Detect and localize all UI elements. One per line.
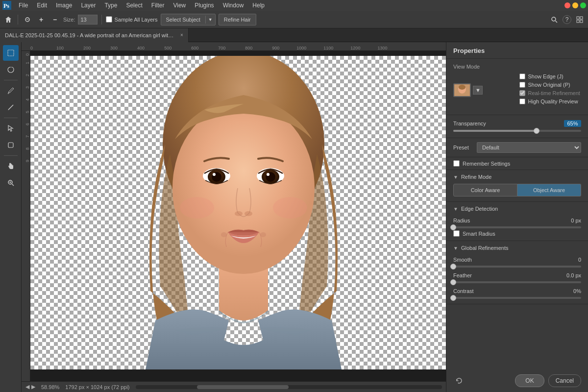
ok-button[interactable]: OK: [515, 374, 544, 387]
ruler-marks-top: 0 100 200 300 400 500 600 700 800 900 10…: [30, 42, 446, 50]
contrast-slider[interactable]: [453, 297, 581, 299]
nav-right[interactable]: ▶: [31, 384, 35, 390]
hq-preview-checkbox[interactable]: [519, 98, 525, 104]
tool-pen[interactable]: [3, 99, 19, 115]
sample-all-label[interactable]: Sample All Layers: [106, 16, 157, 23]
transparency-value[interactable]: 65%: [564, 120, 581, 127]
menu-view[interactable]: View: [169, 1, 190, 10]
remember-settings-checkbox[interactable]: [453, 160, 460, 167]
menu-edit[interactable]: Edit: [33, 1, 51, 10]
layout-icon[interactable]: [574, 14, 585, 25]
menu-file[interactable]: File: [15, 1, 32, 10]
left-toolbar: [0, 42, 22, 392]
show-edge-label[interactable]: Show Edge (J): [528, 74, 564, 79]
tab-filename: DALL-E 2025-01-25 00.45.19 - A wide port…: [5, 32, 176, 38]
view-thumbnail[interactable]: [453, 83, 471, 97]
menu-type[interactable]: Type: [100, 1, 121, 10]
select-subject-dropdown[interactable]: ▼: [206, 16, 215, 23]
sample-all-checkbox[interactable]: [106, 16, 112, 23]
window-maximize[interactable]: [580, 2, 586, 8]
color-aware-button[interactable]: Color Aware: [453, 184, 517, 196]
feather-label: Feather: [453, 272, 562, 278]
ruler-top: 0 100 200 300 400 500 600 700 800 900 10…: [22, 42, 446, 51]
window-minimize[interactable]: [572, 2, 578, 8]
preset-row: Preset Default: [446, 138, 588, 157]
tool-selection[interactable]: [3, 121, 19, 136]
brush-tool-icon[interactable]: [22, 14, 33, 25]
menu-filter[interactable]: Filter: [147, 1, 169, 10]
feather-thumb[interactable]: [450, 279, 456, 285]
tool-zoom[interactable]: [3, 175, 19, 191]
canvas-area[interactable]: [30, 51, 446, 381]
refine-hair-button[interactable]: Refine Hair: [219, 14, 256, 25]
feather-slider[interactable]: [453, 281, 581, 283]
realtime-label[interactable]: Real-time Refinement: [528, 90, 580, 96]
radius-label: Radius: [453, 218, 571, 223]
svg-point-12: [172, 102, 315, 274]
window-close[interactable]: [564, 2, 570, 8]
smart-radius-checkbox[interactable]: [453, 230, 460, 237]
menu-select[interactable]: Select: [122, 1, 146, 10]
transparency-fill: [453, 130, 537, 132]
feather-value: 0.0 px: [562, 272, 581, 278]
tool-shape[interactable]: [3, 137, 19, 153]
add-icon[interactable]: +: [36, 14, 47, 25]
horizontal-scrollbar[interactable]: [136, 385, 442, 389]
help-icon[interactable]: ?: [563, 15, 571, 24]
refine-mode-chevron[interactable]: ▼: [453, 174, 458, 180]
transparency-thumb[interactable]: [534, 128, 539, 134]
global-refinements-chevron[interactable]: ▼: [453, 245, 458, 251]
scrollbar-thumb-h[interactable]: [197, 385, 289, 389]
size-input[interactable]: [78, 15, 98, 24]
view-mode-label: View Mode: [453, 64, 581, 70]
feather-row: Feather 0.0 px: [453, 272, 581, 278]
document-tab[interactable]: DALL-E 2025-01-25 00.45.19 - A wide port…: [0, 28, 189, 42]
radius-row: Radius 0 px: [453, 218, 581, 223]
hq-preview-label[interactable]: High Quality Preview: [528, 98, 578, 104]
realtime-checkbox[interactable]: [519, 90, 525, 96]
nav-left[interactable]: ◀: [25, 384, 29, 390]
edge-detection-chevron[interactable]: ▼: [453, 206, 458, 212]
refine-mode-header: ▼ Refine Mode: [446, 170, 588, 182]
remove-icon[interactable]: −: [49, 14, 60, 25]
refine-mode-title: Refine Mode: [461, 174, 491, 180]
svg-point-26: [260, 232, 266, 237]
panel-footer: OK Cancel: [446, 369, 588, 392]
svg-rect-7: [580, 20, 583, 23]
show-original-checkbox[interactable]: [519, 82, 525, 88]
tool-lasso[interactable]: [3, 62, 19, 77]
object-aware-button[interactable]: Object Aware: [517, 184, 581, 196]
tab-close-button[interactable]: ×: [180, 32, 183, 38]
edge-detection-header: ▼ Edge Detection: [446, 202, 588, 214]
show-original-label[interactable]: Show Original (P): [528, 82, 570, 88]
show-edge-checkbox[interactable]: [519, 74, 525, 79]
contrast-thumb[interactable]: [450, 295, 456, 301]
reset-button[interactable]: [453, 375, 465, 387]
radius-thumb[interactable]: [450, 224, 456, 230]
smart-radius-row: Smart Radius: [453, 230, 581, 237]
transparency-section: Transparency 65%: [446, 115, 588, 138]
svg-rect-8: [8, 50, 14, 56]
menu-plugins[interactable]: Plugins: [191, 1, 218, 10]
smooth-thumb[interactable]: [450, 264, 456, 270]
menu-help[interactable]: Help: [248, 1, 269, 10]
search-icon[interactable]: [549, 14, 560, 25]
preset-label: Preset: [453, 145, 473, 150]
home-icon[interactable]: [3, 14, 14, 25]
tool-hand[interactable]: [3, 158, 19, 174]
transparency-slider[interactable]: [453, 130, 581, 132]
menu-window[interactable]: Window: [219, 1, 248, 10]
select-subject-button[interactable]: Select Subject: [161, 16, 206, 24]
menu-layer[interactable]: Layer: [77, 1, 99, 10]
view-dropdown[interactable]: ▼: [473, 86, 483, 95]
radius-slider[interactable]: [453, 226, 581, 228]
portrait-image: [106, 56, 381, 369]
remember-settings-row: Remember Settings: [446, 157, 588, 170]
preset-select[interactable]: Default: [477, 142, 581, 153]
cancel-button[interactable]: Cancel: [548, 374, 581, 387]
menu-image[interactable]: Image: [52, 1, 76, 10]
tool-brush[interactable]: [3, 83, 19, 98]
tool-marquee[interactable]: [3, 45, 19, 61]
smooth-slider[interactable]: [453, 266, 581, 268]
smart-radius-label: Smart Radius: [463, 231, 495, 237]
